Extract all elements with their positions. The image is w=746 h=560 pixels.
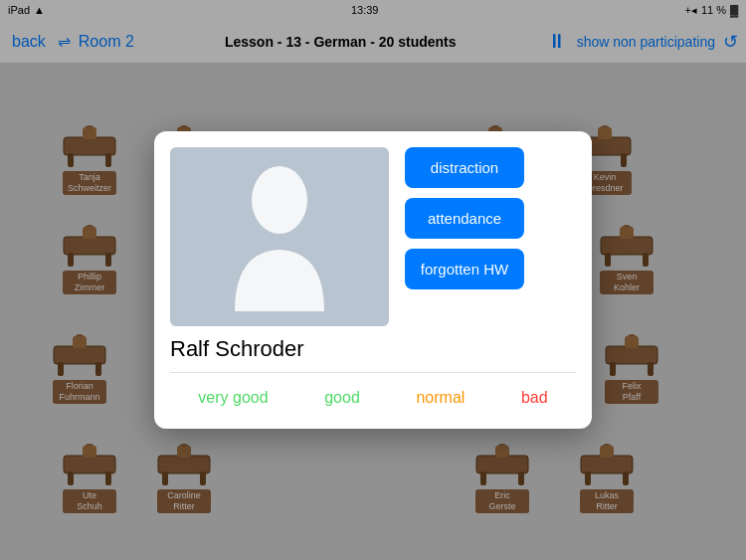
rating-good-button[interactable]: good bbox=[314, 383, 370, 413]
modal-top: distraction attendance forgotten HW bbox=[170, 147, 576, 326]
svg-point-72 bbox=[252, 166, 307, 234]
modal-overlay[interactable]: distraction attendance forgotten HW Ralf… bbox=[0, 0, 746, 560]
avatar-area bbox=[170, 147, 389, 326]
distraction-button[interactable]: distraction bbox=[405, 147, 524, 188]
action-buttons: distraction attendance forgotten HW bbox=[405, 147, 576, 289]
attendance-button[interactable]: attendance bbox=[405, 198, 524, 239]
rating-row: very good good normal bad bbox=[170, 383, 576, 413]
rating-bad-button[interactable]: bad bbox=[511, 383, 558, 413]
student-name: Ralf Schroder bbox=[170, 336, 576, 373]
rating-very-good-button[interactable]: very good bbox=[188, 383, 278, 413]
avatar-silhouette bbox=[230, 162, 329, 311]
rating-normal-button[interactable]: normal bbox=[406, 383, 474, 413]
forgotten-hw-button[interactable]: forgotten HW bbox=[405, 249, 524, 289]
student-modal: distraction attendance forgotten HW Ralf… bbox=[154, 131, 592, 429]
